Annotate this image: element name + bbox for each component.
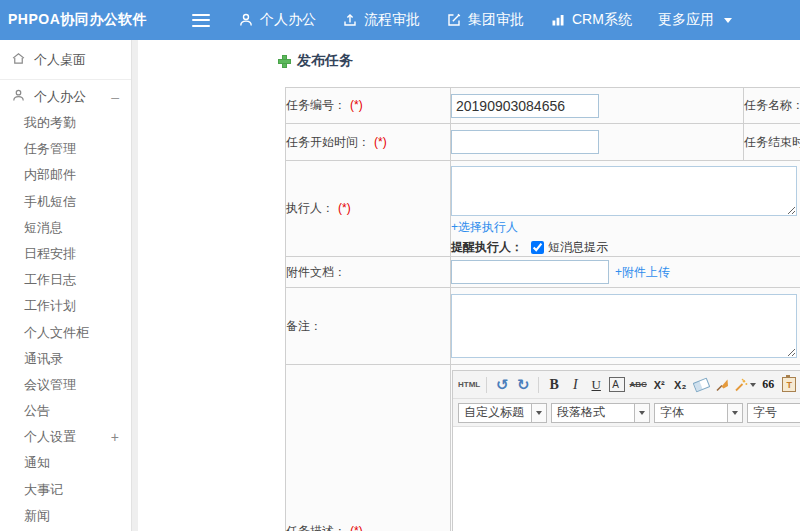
sidebar-item-desktop[interactable]: 个人桌面 xyxy=(0,46,131,74)
hamburger-menu-icon[interactable] xyxy=(192,14,210,27)
attachment-label: 附件文档： xyxy=(286,257,451,288)
bar-chart-icon xyxy=(550,12,566,28)
sidebar-item-label: 会议管理 xyxy=(24,377,76,392)
sidebar-item-short-message[interactable]: 短消息 xyxy=(0,215,131,241)
sidebar-group-personal-office[interactable]: 个人办公 – xyxy=(0,84,131,110)
sidebar-item-label: 手机短信 xyxy=(24,194,76,209)
sidebar-item-label: 个人设置 xyxy=(24,429,76,444)
top-nav: 个人办公 流程审批 集团审批 xyxy=(238,11,732,29)
sidebar-item-label: 个人桌面 xyxy=(34,51,86,69)
eraser-icon[interactable] xyxy=(692,375,710,395)
format-brush-icon[interactable] xyxy=(713,375,731,395)
end-time-label: 任务结束时间：(*) xyxy=(744,124,800,161)
executor-textarea[interactable] xyxy=(451,166,797,216)
executor-label: 执行人：(*) xyxy=(286,161,451,257)
home-icon xyxy=(11,51,26,69)
required-marker: (*) xyxy=(374,135,387,149)
html-source-button[interactable]: HTML xyxy=(458,375,480,395)
sidebar-item-meeting-management[interactable]: 会议管理 xyxy=(0,372,131,398)
editor-toolbar-row2: 自定义标题 段落格式 字体 xyxy=(453,399,800,427)
sidebar-item-contacts[interactable]: 通讯录 xyxy=(0,346,131,372)
sms-remind-checkbox[interactable] xyxy=(531,241,544,254)
sidebar-item-mobile-sms[interactable]: 手机短信 xyxy=(0,189,131,215)
attachment-input[interactable] xyxy=(451,260,609,284)
italic-button[interactable]: I xyxy=(566,375,584,395)
sidebar-item-schedule[interactable]: 日程安排 xyxy=(0,241,131,267)
nav-personal-office[interactable]: 个人办公 xyxy=(238,11,316,29)
paste-icon[interactable]: T xyxy=(780,375,798,395)
chevron-down-icon xyxy=(750,383,756,387)
task-no-input[interactable] xyxy=(451,94,599,118)
collapse-indicator[interactable]: – xyxy=(111,89,119,105)
sidebar-item-work-plan[interactable]: 工作计划 xyxy=(0,293,131,319)
edit-icon xyxy=(446,12,462,28)
underline-button[interactable]: U xyxy=(587,375,605,395)
app-logo: PHPOA协同办公软件 xyxy=(8,11,158,29)
font-style-box-button[interactable]: A xyxy=(609,377,625,392)
sidebar-item-notification[interactable]: 通知 xyxy=(0,450,131,476)
editor-toolbar-row1: HTML ↺ ↻ B I U A A xyxy=(453,371,800,399)
nav-label: 个人办公 xyxy=(260,11,316,29)
font-family-select[interactable]: 字体 xyxy=(654,403,743,423)
nav-group-approval[interactable]: 集团审批 xyxy=(446,11,524,29)
plus-icon xyxy=(278,55,291,68)
strikethrough-button[interactable]: ABC xyxy=(629,375,647,395)
superscript-button[interactable]: X² xyxy=(650,375,668,395)
sidebar-item-memorabilia[interactable]: 大事记 xyxy=(0,477,131,503)
editor-content-area[interactable] xyxy=(453,427,800,531)
sidebar-item-announcement[interactable]: 公告 xyxy=(0,398,131,424)
start-time-label: 任务开始时间：(*) xyxy=(286,124,451,161)
nav-workflow-approval[interactable]: 流程审批 xyxy=(342,11,420,29)
sidebar-item-label: 工作日志 xyxy=(24,272,76,287)
required-marker: (*) xyxy=(338,201,351,215)
sidebar-item-internal-mail[interactable]: 内部邮件 xyxy=(0,162,131,188)
sidebar-item-work-log[interactable]: 工作日志 xyxy=(0,267,131,293)
page-title: 发布任务 xyxy=(278,50,800,72)
sidebar-item-task-management[interactable]: 任务管理 xyxy=(0,136,131,162)
nav-more-apps[interactable]: 更多应用 xyxy=(658,11,732,29)
chevron-down-icon xyxy=(532,403,547,423)
remark-textarea[interactable] xyxy=(451,294,797,358)
blockquote-button[interactable]: 66 xyxy=(759,375,777,395)
redo-icon[interactable]: ↻ xyxy=(514,375,532,395)
remark-label: 备注： xyxy=(286,288,451,365)
undo-icon[interactable]: ↺ xyxy=(493,375,511,395)
publish-task-form: 任务编号：(*) 任务名称：(*) 任务 xyxy=(285,87,800,531)
sidebar-item-label: 我的考勤 xyxy=(24,115,76,130)
sidebar-item-label: 内部邮件 xyxy=(24,167,76,182)
user-icon xyxy=(11,88,26,106)
sidebar-item-personal-settings[interactable]: 个人设置 + xyxy=(0,424,131,450)
nav-label: 更多应用 xyxy=(658,11,714,29)
flow-approval-icon xyxy=(342,12,358,28)
divider xyxy=(538,377,539,393)
choose-executor-link[interactable]: +选择执行人 xyxy=(451,220,518,234)
required-marker: (*) xyxy=(350,98,363,112)
remind-executor-label: 提醒执行人： xyxy=(451,239,523,256)
magic-wand-icon[interactable] xyxy=(734,375,756,395)
required-marker: (*) xyxy=(350,524,363,531)
user-icon xyxy=(238,12,254,28)
chevron-down-icon xyxy=(724,18,732,23)
start-time-input[interactable] xyxy=(451,130,599,154)
divider xyxy=(0,79,131,80)
sidebar-item-attendance[interactable]: 我的考勤 xyxy=(0,110,131,136)
divider xyxy=(486,377,487,393)
sidebar-item-label: 公告 xyxy=(24,403,50,418)
bold-button[interactable]: B xyxy=(545,375,563,395)
chevron-down-icon xyxy=(728,403,743,423)
sidebar-item-file-cabinet[interactable]: 个人文件柜 xyxy=(0,320,131,346)
custom-title-select[interactable]: 自定义标题 xyxy=(458,403,547,423)
expand-indicator[interactable]: + xyxy=(111,424,119,450)
nav-crm-system[interactable]: CRM系统 xyxy=(550,11,632,29)
sidebar-item-news[interactable]: 新闻 xyxy=(0,503,131,529)
subscript-button[interactable]: X₂ xyxy=(671,375,689,395)
app-window: PHPOA协同办公软件 个人办公 流程审批 xyxy=(0,0,800,531)
sidebar-item-label: 个人文件柜 xyxy=(24,325,89,340)
rich-text-editor: HTML ↺ ↻ B I U A A xyxy=(452,370,800,531)
description-label: 任务描述：(*) xyxy=(286,365,451,531)
font-size-select[interactable]: 字号 xyxy=(747,403,800,423)
paragraph-format-select[interactable]: 段落格式 xyxy=(551,403,650,423)
attachment-upload-link[interactable]: +附件上传 xyxy=(615,264,670,281)
sidebar-item-label: 新闻 xyxy=(24,508,50,523)
chevron-down-icon xyxy=(635,403,650,423)
